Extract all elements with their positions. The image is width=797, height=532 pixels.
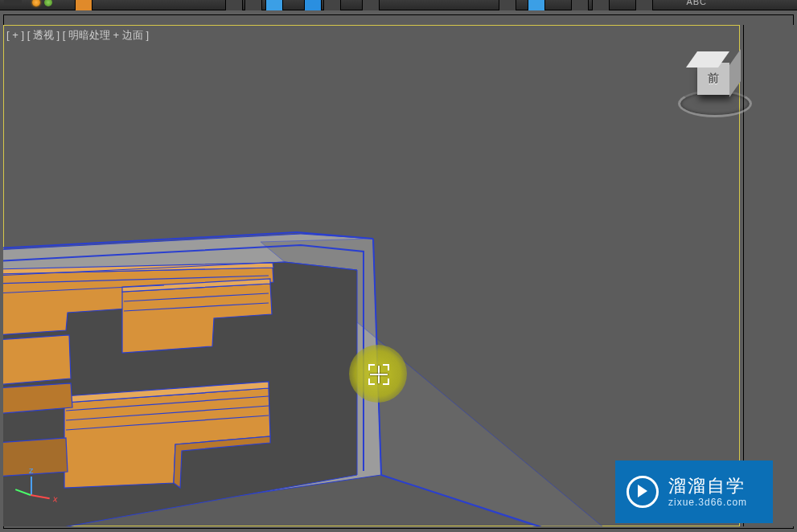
scene-geometry-svg [3, 25, 740, 526]
toolbar-button-a[interactable] [225, 0, 243, 11]
watermark-url: zixue.3d66.com [668, 497, 747, 508]
main-area: [ + ] [ 透视 ] [ 明暗处理 + 边面 ] [0, 10, 797, 532]
watermark-title: 溜溜自学 [668, 476, 747, 497]
viewport-viewtype-label[interactable]: [ 透视 ] [27, 28, 60, 43]
main-toolbar: ABC [0, 0, 797, 10]
toolbar-button-scale[interactable] [362, 0, 380, 11]
watermark-text: 溜溜自学 zixue.3d66.com [668, 476, 747, 509]
status-dot-green-icon [44, 0, 52, 6]
roof-left-a [3, 335, 71, 385]
toolbar-button-selection-active[interactable] [265, 0, 283, 11]
viewcube[interactable]: 前 [676, 55, 749, 119]
toolbar-separator [4, 0, 22, 5]
viewcube-side-face[interactable] [729, 49, 741, 97]
toolbar-button-f[interactable] [635, 0, 653, 11]
axis-z-icon [31, 477, 32, 496]
toolbar-button-e[interactable] [592, 0, 610, 11]
toolbar-button-quickaccess[interactable] [75, 0, 92, 11]
toolbar-button-snap-active[interactable] [528, 0, 545, 11]
axis-y-icon [15, 489, 31, 496]
roof-left-b [3, 438, 68, 477]
viewport-3d-scene[interactable] [3, 25, 740, 526]
toolbar-button-d[interactable] [571, 0, 589, 11]
toolbar-button-b[interactable] [244, 0, 262, 11]
viewport-labels: [ + ] [ 透视 ] [ 明暗处理 + 边面 ] [6, 28, 149, 43]
cursor-crosshair-icon [370, 366, 388, 383]
toolbar-button-c[interactable] [499, 0, 516, 11]
axis-x-icon [31, 494, 50, 499]
viewcube-cube[interactable]: 前 [697, 63, 729, 95]
watermark-badge: 溜溜自学 zixue.3d66.com [615, 460, 773, 523]
toolbar-button-rotate[interactable] [323, 0, 341, 11]
viewport-menu-toggle[interactable]: [ + ] [6, 29, 24, 41]
status-dot-orange-icon [32, 0, 40, 6]
viewcube-face-label[interactable]: 前 [697, 63, 729, 95]
toolbar-button-move[interactable] [304, 0, 322, 11]
axis-tripod [18, 472, 50, 504]
toolbar-label-abc: ABC [686, 0, 707, 6]
viewport-shading-label[interactable]: [ 明暗处理 + 边面 ] [63, 28, 149, 43]
play-icon [627, 476, 659, 508]
